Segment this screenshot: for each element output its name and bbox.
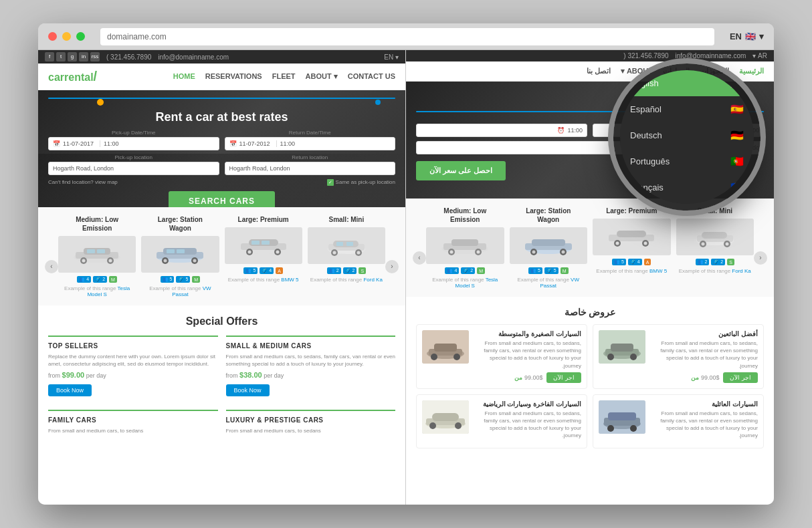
feature-seats-1: 👥 5 <box>161 276 175 283</box>
traffic-light-red[interactable] <box>48 32 57 41</box>
right-time-input2[interactable]: 11:00 ⏰ <box>416 124 587 137</box>
left-topbar-phone: ( 321.456.7890 <box>106 53 151 61</box>
right-book-btn-1[interactable]: اجر الآن <box>546 372 581 383</box>
same-location-checkbox[interactable]: ✓ <box>327 179 334 186</box>
feature-seats-3: 👥 2 <box>327 267 341 274</box>
right-offer-car-img-0 <box>599 330 645 364</box>
right-cars-prev-arrow[interactable]: ‹ <box>413 251 426 265</box>
nav-home[interactable]: HOME <box>173 72 195 81</box>
cars-prev-arrow[interactable]: ‹ <box>45 260 58 273</box>
pickup-location-input[interactable]: Hogarth Road, London <box>48 162 219 175</box>
right-offer-text-2: From small and medium cars, to sedans, f… <box>651 410 758 440</box>
facebook-icon[interactable]: f <box>45 52 54 61</box>
car-example-link-2[interactable]: BMW 5 <box>281 277 298 283</box>
car-img-2 <box>225 227 302 264</box>
traffic-light-yellow[interactable] <box>62 32 71 41</box>
offer-small-medium-title: SMALL & MEDIUM CARS <box>226 342 396 350</box>
left-topbar-right: EN ▾ <box>384 53 399 61</box>
language-selector-header[interactable]: EN 🇬🇧 ▾ <box>730 31 764 41</box>
twitter-icon[interactable]: t <box>56 52 66 61</box>
right-search-button[interactable]: احصل على سعر الآن <box>416 161 506 180</box>
lang-name-english: English <box>630 78 724 88</box>
car-img-0 <box>58 236 136 273</box>
right-offer-img-3 <box>422 400 469 434</box>
address-bar[interactable]: domainame.com <box>100 28 714 45</box>
car-example-link-1[interactable]: VW Passat <box>172 285 211 297</box>
svg-point-33 <box>357 251 360 255</box>
right-feature-trans-0: M <box>477 267 485 274</box>
right-car-link-2[interactable]: BMW 5 <box>649 268 667 274</box>
right-book-btn-0[interactable]: اجر الآن <box>723 372 758 383</box>
nav-fleet[interactable]: FLEET <box>272 72 296 81</box>
right-offer-title-2: السيارات العائلية <box>651 400 758 408</box>
dropdown-arrow-icon: ▾ <box>759 31 764 41</box>
right-car-link-3[interactable]: Ford Ka <box>732 268 750 274</box>
return-location-input[interactable]: Hogarth Road, London <box>225 162 396 175</box>
right-topbar: AR ▾ info@domainname.com 321.456.7890 ( <box>406 50 774 61</box>
left-topbar-lang[interactable]: EN ▾ <box>384 53 399 61</box>
slider-thumb-right[interactable] <box>375 100 381 105</box>
left-nav-links: HOME RESERVATIONS FLEET ABOUT ▾ CONTACT … <box>173 72 395 81</box>
svg-point-81 <box>630 425 637 432</box>
return-date-input[interactable]: 📅 11-07-2012 11:00 <box>225 137 396 150</box>
checkbox-row: Can't find location? view map ✓ Same as … <box>48 179 395 186</box>
nav-reservations[interactable]: RESERVATIONS <box>205 72 262 81</box>
left-special-offers: Special Offers TOP SELLERS Replace the d… <box>38 305 405 450</box>
lang-item-deutsch[interactable]: Deutsch 🇩🇪 <box>620 122 754 148</box>
right-offer-3: السيارات الفاخرة وسيارات الرياضية From s… <box>416 394 587 448</box>
car-example-link-3[interactable]: Ford Ka <box>363 277 382 283</box>
svg-rect-34 <box>336 242 343 246</box>
svg-point-86 <box>429 422 436 429</box>
same-location-check: ✓ Same as pick-up location <box>327 179 395 186</box>
offer-small-medium-price: from $38.00 per day <box>226 371 396 379</box>
right-cars-row: ‹ Medium: LowEmission <box>413 207 767 289</box>
offer-top-sellers-title: TOP SELLERS <box>48 342 218 350</box>
right-offer-car-img-1 <box>422 330 469 364</box>
right-offer-footer-0: اجر الآن 99.00$ من <box>651 372 758 383</box>
cars-next-arrow[interactable]: › <box>385 260 399 273</box>
nav-about[interactable]: ABOUT ▾ <box>306 72 338 81</box>
feature-bags-2: 🧳 4 <box>260 267 274 274</box>
right-car-features-0: 👥 4 🧳 2 M <box>426 267 504 274</box>
right-cars-grid: Medium: LowEmission <box>426 207 754 289</box>
pickup-location-field: Pick-up location Hogarth Road, London <box>48 154 219 175</box>
linkedin-icon[interactable]: in <box>79 52 88 61</box>
right-feature-bags-2: 🧳 4 <box>628 259 642 265</box>
book-top-sellers-button[interactable]: Book Now <box>48 384 92 396</box>
lang-item-espanol[interactable]: Español 🇪🇸 <box>620 96 754 122</box>
right-topbar-phone: 321.456.7890 ( <box>623 52 668 59</box>
svg-rect-79 <box>608 412 636 420</box>
search-cars-button[interactable]: SEARCH CARS <box>169 191 275 208</box>
right-car-link-0[interactable]: Tesla Model S <box>455 277 498 289</box>
right-offer-text-3: From small and medium cars, to sedans, f… <box>474 410 581 440</box>
traffic-light-green[interactable] <box>76 32 85 41</box>
right-time-field2: 11:00 ⏰ <box>416 124 587 137</box>
right-cars-next-arrow[interactable]: › <box>754 251 767 265</box>
right-car-link-1[interactable]: VW Passat <box>540 277 579 289</box>
lang-name-espanol: Español <box>630 104 724 114</box>
rss-icon[interactable]: rss <box>90 52 100 61</box>
right-offers-grid: أفضل البائعين From small and medium cars… <box>416 324 764 448</box>
return-time-value: 11:00 <box>276 140 296 147</box>
cant-find-text[interactable]: Can't find location? view map <box>48 179 118 185</box>
car-card-0: Medium: LowEmission <box>58 215 136 297</box>
google-icon[interactable]: g <box>68 52 77 61</box>
book-small-medium-button[interactable]: Book Now <box>226 384 270 396</box>
slider-thumb[interactable] <box>97 99 104 106</box>
lang-item-portugues[interactable]: Português 🇵🇹 <box>620 148 754 174</box>
pickup-date-input[interactable]: 📅 11-07-2017 11:00 <box>48 137 219 150</box>
right-nav-contact[interactable]: اتصل بنا <box>587 67 611 76</box>
car-example-link-0[interactable]: Tesla Model S <box>87 285 130 297</box>
right-topbar-lang[interactable]: AR ▾ <box>752 52 767 59</box>
logo-text: carrental <box>48 72 94 83</box>
pickup-location-value: Hogarth Road, London <box>53 165 114 172</box>
right-nav-home[interactable]: الرئيسية <box>739 67 764 76</box>
nav-contact[interactable]: CONTACT US <box>348 72 395 81</box>
car-img-1 <box>141 236 219 273</box>
offer-top-sellers-price: from $99.00 per day <box>48 371 218 379</box>
date-row: Pick-up Date/Time 📅 11-07-2017 11:00 Ret… <box>48 130 395 150</box>
car-card-3: Small: Mini <box>308 215 385 283</box>
feature-bags-3: 🧳 2 <box>343 267 357 274</box>
lang-flag-deutsch: 🇩🇪 <box>730 129 744 142</box>
right-offer-0: أفضل البائعين From small and medium cars… <box>593 324 764 389</box>
